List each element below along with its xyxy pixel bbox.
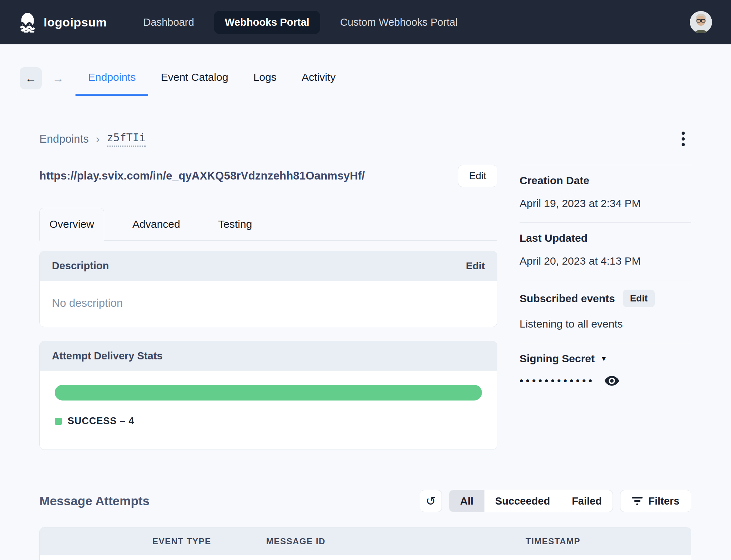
endpoint-detail: https://play.svix.com/in/e_qyAXKQ58rVdzn… <box>0 165 731 450</box>
breadcrumb-root[interactable]: Endpoints <box>39 133 89 146</box>
description-title: Description <box>52 260 109 272</box>
subscribed-events-value: Listening to all events <box>520 318 691 330</box>
filters-button-label: Filters <box>648 495 679 507</box>
delivery-stats-legend: SUCCESS – 4 <box>55 416 482 427</box>
description-card: Description Edit No description <box>39 251 497 327</box>
forward-button[interactable]: → <box>47 67 69 89</box>
endpoint-main-column: https://play.svix.com/in/e_qyAXKQ58rVdzn… <box>39 165 497 450</box>
tab-testing[interactable]: Testing <box>208 208 262 241</box>
creation-date-label: Creation Date <box>520 175 691 187</box>
back-arrow-icon: ← <box>25 72 36 85</box>
signing-secret-toggle[interactable]: Signing Secret ▾ <box>520 353 606 365</box>
chevron-right-icon: › <box>96 132 100 146</box>
attempts-controls: ↺ All Succeeded Failed Filters <box>420 490 691 512</box>
column-timestamp: TIMESTAMP <box>526 536 665 546</box>
filter-failed[interactable]: Failed <box>561 490 613 512</box>
filters-button[interactable]: Filters <box>620 490 691 512</box>
brand-name: logoipsum <box>44 15 107 29</box>
back-button[interactable]: ← <box>20 67 42 89</box>
breadcrumb-current-endpoint[interactable]: z5fTIi <box>107 131 146 147</box>
forward-arrow-icon: → <box>52 72 64 85</box>
signing-secret-section: Signing Secret ▾ •••••••••••• <box>520 343 691 400</box>
portal-tabs: Endpoints Event Catalog Logs Activity <box>75 61 348 96</box>
signing-secret-label: Signing Secret <box>520 353 595 365</box>
logo-icon <box>17 12 38 33</box>
success-bar <box>55 385 482 401</box>
edit-subscribed-events-button[interactable]: Edit <box>623 290 655 307</box>
refresh-button[interactable]: ↺ <box>420 490 442 512</box>
creation-date-section: Creation Date April 19, 2023 at 2:34 PM <box>520 165 691 222</box>
subscribed-events-section: Subscribed events Edit Listening to all … <box>520 280 691 343</box>
delivery-stats-header: Attempt Delivery Stats <box>40 341 497 371</box>
reveal-secret-button[interactable] <box>604 375 620 386</box>
endpoint-options-button[interactable] <box>675 129 691 149</box>
user-avatar[interactable] <box>690 11 712 33</box>
message-attempts-header: Message Attempts ↺ All Succeeded Failed … <box>39 490 691 512</box>
chevron-down-icon: ▾ <box>602 354 606 363</box>
filter-icon <box>632 497 643 505</box>
delivery-stats-card: Attempt Delivery Stats SUCCESS – 4 <box>39 341 497 450</box>
endpoint-detail-tabs: Overview Advanced Testing <box>39 208 497 241</box>
filter-succeeded[interactable]: Succeeded <box>484 490 561 512</box>
top-navbar: logoipsum Dashboard Webhooks Portal Cust… <box>0 0 731 44</box>
endpoint-sidebar: Creation Date April 19, 2023 at 2:34 PM … <box>520 165 691 450</box>
edit-url-button[interactable]: Edit <box>458 165 497 187</box>
column-event-type: EVENT TYPE <box>152 536 266 546</box>
delivery-stats-title: Attempt Delivery Stats <box>52 350 162 362</box>
subscribed-events-label: Subscribed events <box>520 293 615 305</box>
tab-advanced[interactable]: Advanced <box>123 208 190 241</box>
message-attempts-title: Message Attempts <box>39 494 150 508</box>
delivery-stats-body: SUCCESS – 4 <box>40 371 497 450</box>
tab-event-catalog[interactable]: Event Catalog <box>148 61 240 96</box>
filter-all[interactable]: All <box>449 490 484 512</box>
creation-date-value: April 19, 2023 at 2:34 PM <box>520 197 691 210</box>
endpoint-url: https://play.svix.com/in/e_qyAXKQ58rVdzn… <box>39 170 365 182</box>
refresh-icon: ↺ <box>426 494 436 508</box>
tab-logs[interactable]: Logs <box>241 61 289 96</box>
breadcrumb: Endpoints › z5fTIi <box>39 131 146 147</box>
table-header-row: EVENT TYPE MESSAGE ID TIMESTAMP <box>40 527 691 555</box>
description-card-header: Description Edit <box>40 251 497 281</box>
last-updated-label: Last Updated <box>520 232 691 244</box>
table-row[interactable]: ✓ Succeeded invoice.created msg_2cJyg8l1… <box>40 555 691 560</box>
signing-secret-masked-value: •••••••••••• <box>520 375 595 387</box>
last-updated-section: Last Updated April 20, 2023 at 4:13 PM <box>520 222 691 280</box>
nav-item-dashboard[interactable]: Dashboard <box>132 11 205 34</box>
column-message-id: MESSAGE ID <box>266 536 526 546</box>
success-legend-label: SUCCESS – 4 <box>68 416 135 427</box>
top-nav-items: Dashboard Webhooks Portal Custom Webhook… <box>132 11 468 34</box>
last-updated-value: April 20, 2023 at 4:13 PM <box>520 255 691 267</box>
message-attempts-table: EVENT TYPE MESSAGE ID TIMESTAMP ✓ Succee… <box>39 527 691 560</box>
portal-nav: ← → Endpoints Event Catalog Logs Activit… <box>0 61 731 96</box>
tab-overview[interactable]: Overview <box>39 208 104 241</box>
kebab-menu-icon <box>682 132 685 146</box>
brand-logo: logoipsum <box>17 12 107 33</box>
description-body: No description <box>40 281 497 327</box>
success-swatch-icon <box>55 418 62 425</box>
nav-item-webhooks-portal[interactable]: Webhooks Portal <box>214 11 320 34</box>
endpoint-url-row: https://play.svix.com/in/e_qyAXKQ58rVdzn… <box>39 165 497 187</box>
tab-activity[interactable]: Activity <box>289 61 348 96</box>
edit-description-button[interactable]: Edit <box>466 260 485 272</box>
eye-icon <box>604 375 620 386</box>
tab-endpoints[interactable]: Endpoints <box>75 61 148 96</box>
delivery-stats-bar-track <box>55 385 482 401</box>
breadcrumb-row: Endpoints › z5fTIi <box>39 129 691 149</box>
status-filter-segmented: All Succeeded Failed <box>449 490 613 512</box>
nav-item-custom-webhooks-portal[interactable]: Custom Webhooks Portal <box>330 11 468 34</box>
